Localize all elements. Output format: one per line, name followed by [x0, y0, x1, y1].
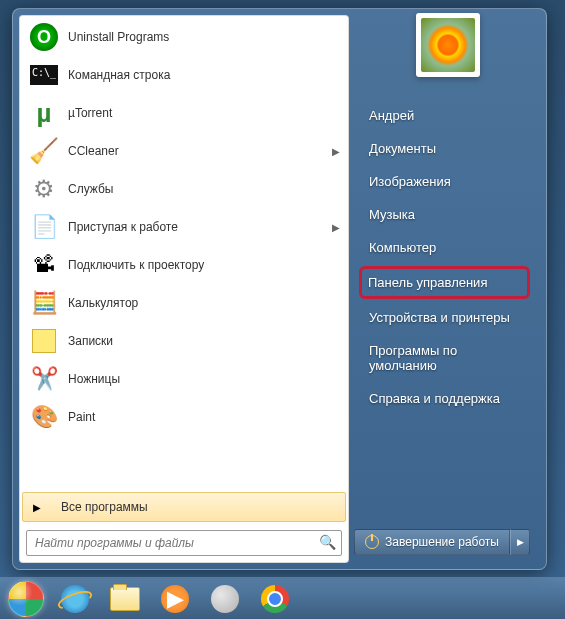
all-programs-label: Все программы [61, 500, 148, 514]
start-menu: OUninstall ProgramsC:\_Командная строкаµ… [12, 8, 547, 570]
program-item-snip[interactable]: ✂️Ножницы [22, 360, 346, 398]
chrome-icon [260, 584, 290, 614]
submenu-arrow-icon: ▶ [332, 222, 340, 233]
taskbar: ▶ [0, 577, 565, 619]
places-panel: АндрейДокументыИзображенияМузыкаКомпьюте… [349, 15, 540, 563]
places-item[interactable]: Программы по умолчанию [361, 334, 528, 382]
taskbar-item-ie[interactable] [50, 581, 100, 617]
taskbar-item-chrome[interactable] [250, 581, 300, 617]
shutdown-area: Завершение работы ▶ [354, 529, 530, 555]
taskbar-item-blank[interactable] [200, 581, 250, 617]
taskbar-item-wmp[interactable]: ▶ [150, 581, 200, 617]
program-item-cmd[interactable]: C:\_Командная строка [22, 56, 346, 94]
program-label: Подключить к проектору [68, 258, 340, 272]
program-item-paint[interactable]: 🎨Paint [22, 398, 346, 436]
program-item-projector[interactable]: 📽Подключить к проектору [22, 246, 346, 284]
program-label: µTorrent [68, 106, 340, 120]
places-item[interactable]: Устройства и принтеры [361, 301, 528, 334]
submenu-arrow-icon: ▶ [332, 146, 340, 157]
windows-orb-icon [8, 581, 44, 617]
places-item[interactable]: Справка и поддержка [361, 382, 528, 415]
search-box: 🔍 [26, 530, 342, 556]
program-label: Uninstall Programs [68, 30, 340, 44]
program-item-notes[interactable]: Записки [22, 322, 346, 360]
program-item-services[interactable]: ⚙Службы [22, 170, 346, 208]
user-picture[interactable] [416, 13, 480, 77]
places-item[interactable]: Музыка [361, 198, 528, 231]
taskbar-items: ▶ [50, 581, 300, 617]
shutdown-label: Завершение работы [385, 535, 499, 549]
places-item[interactable]: Компьютер [361, 231, 528, 264]
program-label: Калькулятор [68, 296, 340, 310]
program-item-ccleaner[interactable]: 🧹CCleaner▶ [22, 132, 346, 170]
triangle-icon: ▶ [33, 502, 41, 513]
services-icon: ⚙ [28, 173, 60, 205]
program-item-uninstall[interactable]: OUninstall Programs [22, 18, 346, 56]
snip-icon: ✂️ [28, 363, 60, 395]
program-item-utorrent[interactable]: µµTorrent [22, 94, 346, 132]
places-item[interactable]: Изображения [361, 165, 528, 198]
program-label: Записки [68, 334, 340, 348]
shutdown-button[interactable]: Завершение работы [354, 529, 510, 555]
search-icon[interactable]: 🔍 [319, 534, 336, 550]
program-label: Ножницы [68, 372, 340, 386]
places-item[interactable]: Андрей [361, 99, 528, 132]
program-label: Paint [68, 410, 340, 424]
projector-icon: 📽 [28, 249, 60, 281]
calc-icon: 🧮 [28, 287, 60, 319]
program-item-calc[interactable]: 🧮Калькулятор [22, 284, 346, 322]
program-list: OUninstall ProgramsC:\_Командная строкаµ… [20, 16, 348, 490]
explorer-icon [110, 584, 140, 614]
user-picture-image [421, 18, 475, 72]
uninstall-icon: O [28, 21, 60, 53]
utorrent-icon: µ [28, 97, 60, 129]
ie-icon [60, 584, 90, 614]
program-label: Приступая к работе [68, 220, 332, 234]
blank-icon [210, 584, 240, 614]
program-label: CCleaner [68, 144, 332, 158]
ccleaner-icon: 🧹 [28, 135, 60, 167]
places-item[interactable]: Панель управления [359, 266, 530, 299]
notes-icon [28, 325, 60, 357]
search-input[interactable] [26, 530, 342, 556]
program-label: Службы [68, 182, 340, 196]
all-programs-button[interactable]: ▶ Все программы [22, 492, 346, 522]
program-item-getting[interactable]: 📄Приступая к работе▶ [22, 208, 346, 246]
places-list: АндрейДокументыИзображенияМузыкаКомпьюте… [361, 99, 528, 415]
wmp-icon: ▶ [160, 584, 190, 614]
taskbar-item-explorer[interactable] [100, 581, 150, 617]
programs-panel: OUninstall ProgramsC:\_Командная строкаµ… [19, 15, 349, 563]
paint-icon: 🎨 [28, 401, 60, 433]
start-button[interactable] [4, 580, 48, 618]
program-label: Командная строка [68, 68, 340, 82]
getting-icon: 📄 [28, 211, 60, 243]
places-item[interactable]: Документы [361, 132, 528, 165]
shutdown-options-button[interactable]: ▶ [510, 529, 530, 555]
power-icon [365, 535, 379, 549]
cmd-icon: C:\_ [28, 59, 60, 91]
